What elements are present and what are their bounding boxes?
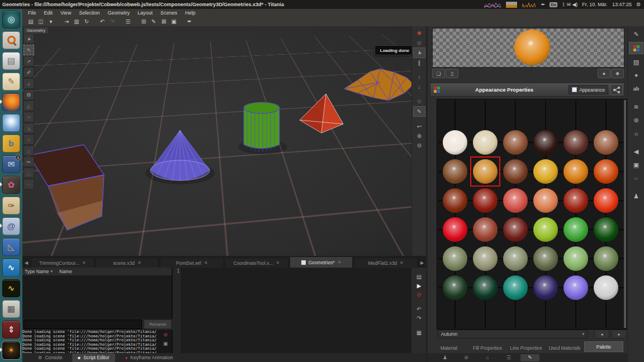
material-swatch[interactable] — [503, 246, 528, 271]
tree-icon[interactable]: ☰ — [499, 354, 518, 361]
model-preview-button[interactable]: ❖ — [611, 69, 624, 78]
redo-icon[interactable]: ↷ — [414, 313, 425, 322]
material-swatch[interactable] — [594, 275, 618, 300]
texture-editor-icon[interactable]: ▨ — [629, 56, 643, 68]
menu-view[interactable]: View — [57, 9, 74, 16]
humanoid-icon[interactable]: ♟ — [629, 190, 643, 202]
tab-fill-properties[interactable]: Fill Properties — [468, 344, 506, 352]
pause-icon[interactable]: ∥ — [414, 58, 425, 68]
material-swatch[interactable] — [533, 159, 558, 184]
close-icon[interactable]: ✕ — [138, 260, 141, 265]
material-swatch[interactable] — [564, 275, 588, 300]
script-editor[interactable]: 1 — [173, 268, 411, 353]
clear-icon[interactable]: ▣ — [162, 340, 169, 347]
text-editor-icon[interactable]: ab — [629, 83, 643, 94]
dock-slot-thunderbird[interactable]: 1✉ — [0, 154, 22, 174]
dock-slot-spiral-app[interactable]: @ — [0, 216, 22, 236]
material-swatch[interactable] — [443, 159, 467, 184]
material-swatch[interactable] — [443, 130, 467, 155]
material-swatch[interactable] — [473, 130, 498, 155]
align-tool-icon[interactable]: ≎ — [23, 134, 34, 145]
material-swatch[interactable] — [594, 130, 618, 155]
close-icon[interactable]: ✕ — [82, 260, 86, 265]
material-swatch[interactable] — [594, 159, 618, 184]
dock-firefox[interactable] — [2, 93, 20, 111]
dock-mypaint[interactable]: ✑ — [2, 197, 20, 215]
file-tab[interactable]: CoordinateTool.x...✕ — [225, 258, 288, 268]
material-preview[interactable] — [432, 28, 624, 68]
dock-slot-oscilloscope[interactable]: ∿ — [0, 278, 22, 298]
cone-a-tool-icon[interactable]: ▲ — [23, 78, 34, 89]
pen-icon[interactable]: ✎ — [520, 354, 539, 361]
material-swatch[interactable] — [443, 246, 467, 271]
cylinder-object[interactable] — [244, 102, 280, 152]
link-icon[interactable]: ∞ — [629, 173, 643, 184]
load-meter-icon[interactable] — [505, 1, 518, 8]
transform-icon[interactable]: ✦ — [629, 70, 643, 81]
palette-scrollbar[interactable] — [624, 100, 626, 328]
x3d-logo-icon[interactable]: ✱ — [414, 28, 425, 38]
material-swatch[interactable] — [503, 275, 528, 300]
snap-tool-icon[interactable]: ≍ — [23, 112, 34, 122]
pen-icon[interactable]: ✒ — [184, 18, 195, 26]
humanoid-icon[interactable]: ♟ — [435, 354, 454, 361]
dock-slot-design-tool[interactable]: ◺ — [0, 236, 22, 257]
reload-icon[interactable]: ↻ — [82, 18, 92, 26]
material-swatch[interactable] — [533, 275, 558, 300]
dock-slot-mypaint[interactable]: ✑ — [0, 195, 22, 216]
browser-icon[interactable]: ◍ — [414, 38, 425, 47]
material-swatch[interactable] — [564, 159, 588, 184]
dock-slot-firefox[interactable] — [0, 92, 22, 112]
dock-calculator[interactable]: ▦ — [2, 300, 20, 318]
net-graph-icon[interactable] — [522, 1, 537, 8]
material-swatch[interactable] — [473, 188, 498, 213]
type-name-column-header[interactable]: Type Name ▾ — [22, 269, 55, 274]
close-icon[interactable]: ✕ — [400, 260, 404, 265]
material-swatch[interactable] — [564, 130, 588, 155]
dock-slot-chromium[interactable] — [0, 112, 22, 133]
keyboard-layout-badge[interactable]: De — [550, 2, 557, 7]
move-tool-icon[interactable]: ↗ — [23, 56, 34, 66]
terrain-object[interactable] — [344, 69, 411, 101]
material-swatch[interactable] — [503, 217, 528, 242]
dock-banshee[interactable]: b — [2, 135, 20, 153]
panel-tab-keyframe[interactable]: ●Keyframe Animation — [120, 354, 179, 362]
tab-scroll-left[interactable]: ◀ — [22, 258, 30, 268]
material-swatch[interactable] — [503, 188, 528, 213]
material-swatch[interactable] — [503, 159, 528, 184]
clock-date[interactable]: Fr, 10. Mär. — [582, 2, 608, 7]
stop-icon[interactable]: ⊘ — [414, 290, 425, 299]
close-icon[interactable]: ✕ — [276, 260, 280, 265]
draw-icon[interactable]: ✎ — [149, 18, 159, 26]
material-editor-icon[interactable] — [629, 42, 643, 54]
node-share-button[interactable] — [610, 84, 623, 95]
material-swatch[interactable] — [503, 130, 528, 155]
hook-icon[interactable]: ↩ — [414, 122, 425, 131]
appearance-mode-button[interactable]: Appearance — [569, 85, 608, 94]
cone-e-tool-icon[interactable]: △ — [23, 168, 34, 178]
cpu-graph-icon[interactable] — [484, 1, 501, 8]
open-icon[interactable]: ▤ — [26, 18, 36, 26]
panel-tab-console[interactable]: ⚙Console — [32, 354, 68, 362]
material-swatch[interactable] — [594, 246, 618, 271]
arrow-tool-icon[interactable]: ➤ — [23, 34, 34, 44]
dock-slot-search[interactable] — [0, 30, 22, 50]
outline-icon[interactable]: ☰ — [123, 18, 133, 26]
sphere-preview-button[interactable]: ● — [598, 69, 610, 78]
panel-tab-script-editor[interactable]: ■Script Editor — [72, 354, 115, 362]
cone-object[interactable] — [150, 130, 210, 181]
save-icon[interactable]: ◫ — [36, 18, 46, 26]
box-icon[interactable]: ▣ — [169, 18, 179, 26]
dock-slot-wave-monitor[interactable]: ∿ — [0, 257, 22, 278]
material-swatch[interactable] — [443, 217, 467, 242]
tab-palette[interactable]: Palette — [584, 341, 623, 352]
group-icon[interactable]: ▣ — [629, 159, 643, 170]
new-script-icon[interactable]: ▤ — [414, 272, 425, 281]
dock-slot-updown-tool[interactable]: ⇕ — [0, 319, 22, 340]
material-swatch[interactable] — [564, 246, 588, 271]
scissors-tool-icon[interactable]: ✂ — [23, 156, 34, 167]
material-swatch[interactable] — [594, 217, 618, 242]
material-swatch[interactable] — [564, 217, 588, 242]
file-tab[interactable]: scene.x3d✕ — [96, 258, 159, 268]
zoom-in-icon[interactable]: ⊕ — [414, 131, 425, 141]
